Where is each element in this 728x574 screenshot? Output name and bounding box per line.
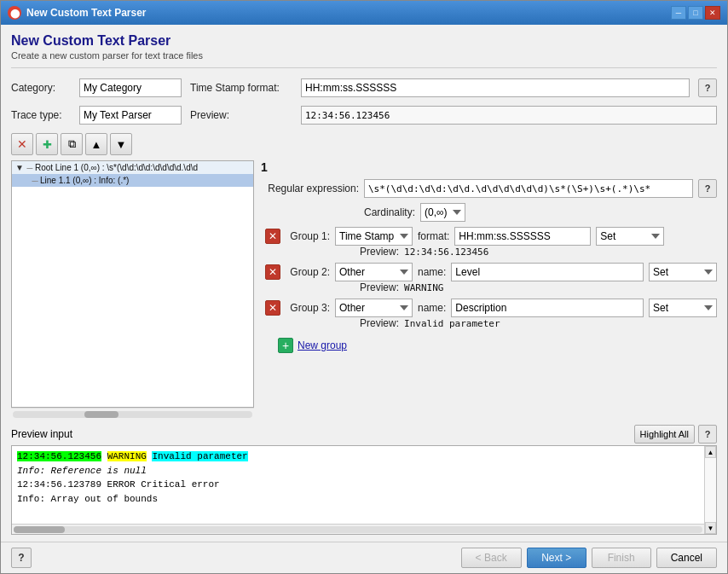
group-2-preview-value: WARNING xyxy=(404,282,443,293)
group-1-type-select[interactable]: Time Stamp Other Message Level xyxy=(335,227,413,246)
tree-child-label: Line 1.1 (0,∞) : Info: (.*) xyxy=(40,176,129,185)
group-3-name-input[interactable] xyxy=(451,299,644,317)
minimize-button[interactable]: ─ xyxy=(671,6,686,20)
preview-vscroll-track[interactable] xyxy=(705,458,716,522)
preview-line1-level: WARNING xyxy=(107,451,147,461)
move-up-button[interactable]: ▲ xyxy=(85,133,107,155)
group-3-preview-value: Invalid parameter xyxy=(404,318,500,329)
preview-vscroll[interactable]: ▲ ▼ xyxy=(704,446,716,534)
group-1-preview-value: 12:34:56.123456 xyxy=(404,246,488,258)
group-2-label: Group 2: xyxy=(286,266,330,278)
new-group-button[interactable]: + xyxy=(278,338,293,353)
finish-button[interactable]: Finish xyxy=(592,548,651,568)
tree-root-label: Root Line 1 (0,∞) : \s*(\d\d:\d\d:\d\d\d… xyxy=(35,163,198,172)
tree-expand-icon: ▼ xyxy=(15,163,24,172)
category-input[interactable] xyxy=(79,78,182,97)
preview-hscroll[interactable] xyxy=(12,524,704,534)
group-1-row: ✕ Group 1: Time Stamp Other Message Leve… xyxy=(265,227,717,246)
regex-row: Regular expression: ? xyxy=(261,179,717,198)
new-group-label[interactable]: New group xyxy=(298,339,347,351)
group-3-label: Group 3: xyxy=(286,302,330,314)
timestamp-label: Time Stamp format: xyxy=(190,82,292,94)
group-2-preview-label: Preview: xyxy=(360,281,399,293)
preview-line-4: Info: Array out of bounds xyxy=(17,492,699,507)
timestamp-help-button[interactable]: ? xyxy=(698,78,717,97)
form-row-2: Trace type: Preview: 12:34:56.123456 xyxy=(11,106,717,125)
tracetype-label: Trace type: xyxy=(11,109,71,121)
tracetype-input[interactable] xyxy=(79,106,182,125)
preview-label: Preview: xyxy=(190,109,292,121)
preview-section-header: Preview input Highlight All ? xyxy=(11,425,717,444)
delete-button[interactable]: ✕ xyxy=(11,133,33,155)
back-button[interactable]: < Back xyxy=(461,548,522,568)
group-3-name-label: name: xyxy=(418,302,446,314)
next-button[interactable]: Next > xyxy=(527,548,586,568)
group-2-action-select[interactable]: Set Append Ignore xyxy=(649,263,717,281)
preview-section-container: Preview input Highlight All ? 12:34:56.1… xyxy=(11,425,717,535)
nav-buttons: < Back Next > Finish Cancel xyxy=(461,548,717,568)
group-1-preview-row: Preview: 12:34:56.123456 xyxy=(360,246,717,258)
tree-item-root[interactable]: ▼ --- Root Line 1 (0,∞) : \s*(\d\d:\d\d:… xyxy=(12,161,253,174)
group-2-delete-button[interactable]: ✕ xyxy=(265,264,280,280)
timestamp-input[interactable] xyxy=(301,78,690,97)
preview-vscroll-up[interactable]: ▲ xyxy=(705,446,716,458)
preview-line-1: 12:34:56.123456 WARNING Invalid paramete… xyxy=(17,449,699,464)
tree-item-child[interactable]: --- Line 1.1 (0,∞) : Info: (.*) xyxy=(12,174,253,187)
regex-help-button[interactable]: ? xyxy=(698,179,717,198)
tree-child-dashes: --- xyxy=(32,176,38,185)
maximize-button[interactable]: □ xyxy=(688,6,703,20)
cardinality-label: Cardinality: xyxy=(364,206,415,218)
preview-line1-timestamp: 12:34:56.123456 xyxy=(17,451,101,461)
group-2-row: ✕ Group 2: Time Stamp Other Message Leve… xyxy=(265,263,717,281)
group-3-container: ✕ Group 3: Time Stamp Other Message Leve… xyxy=(261,299,717,329)
preview-hscroll-thumb[interactable] xyxy=(14,526,65,533)
group-2-name-input[interactable] xyxy=(451,263,644,281)
toolbar: ✕ ✚ ⧉ ▲ ▼ xyxy=(11,133,717,155)
cancel-button[interactable]: Cancel xyxy=(656,548,717,568)
preview-line-3: 12:34:56.123789 ERROR Critical error xyxy=(17,478,699,492)
preview-value: 12:34:56.123456 xyxy=(301,106,717,125)
preview-help-button[interactable]: ? xyxy=(698,425,717,444)
window-title: New Custom Text Parser xyxy=(26,7,147,19)
tree-hscroll-track[interactable] xyxy=(13,411,252,418)
preview-hscroll-track[interactable] xyxy=(14,526,702,533)
new-group-row: + New group xyxy=(278,338,717,353)
tree-hscroll-thumb[interactable] xyxy=(84,411,118,418)
close-button[interactable]: ✕ xyxy=(705,6,720,20)
group-1-preview-label: Preview: xyxy=(360,246,399,258)
copy-button[interactable]: ⧉ xyxy=(61,133,83,155)
group-3-delete-button[interactable]: ✕ xyxy=(265,300,280,316)
group-3-type-select[interactable]: Time Stamp Other Message Level xyxy=(335,299,413,317)
group-1-label: Group 1: xyxy=(286,230,330,242)
group-3-preview-label: Preview: xyxy=(360,317,399,329)
group-1-action-select[interactable]: Set Append Ignore xyxy=(596,227,664,246)
cardinality-select[interactable]: (0,∞) (1,1) (0,1) (1,∞) xyxy=(420,203,465,222)
tree-hscroll[interactable] xyxy=(11,408,254,420)
regex-label: Regular expression: xyxy=(261,183,359,194)
tree-root-dashes: --- xyxy=(26,163,32,172)
help-button[interactable]: ? xyxy=(11,548,32,568)
right-panel: 1 Regular expression: ? Cardinality: (0,… xyxy=(261,160,717,420)
add-button[interactable]: ✚ xyxy=(36,133,58,155)
group-2-type-select[interactable]: Time Stamp Other Message Level xyxy=(335,263,413,281)
cardinality-row: Cardinality: (0,∞) (1,1) (0,1) (1,∞) xyxy=(364,203,717,222)
group-3-row: ✕ Group 3: Time Stamp Other Message Leve… xyxy=(265,299,717,317)
group-1-container: ✕ Group 1: Time Stamp Other Message Leve… xyxy=(261,227,717,258)
group-1-format-input[interactable] xyxy=(454,227,591,246)
move-down-button[interactable]: ▼ xyxy=(110,133,132,155)
group-1-format-label: format: xyxy=(418,230,449,242)
group-2-preview-row: Preview: WARNING xyxy=(360,281,717,293)
group-3-action-select[interactable]: Set Append Ignore xyxy=(649,299,717,317)
title-bar: ⬤ New Custom Text Parser ─ □ ✕ xyxy=(1,1,727,25)
window-icon: ⬤ xyxy=(8,6,21,20)
form-row-1: Category: Time Stamp format: ? xyxy=(11,78,717,97)
preview-vscroll-down[interactable]: ▼ xyxy=(705,522,716,534)
preview-line-2: Info: Reference is null xyxy=(17,464,699,478)
category-label: Category: xyxy=(11,82,71,94)
preview-content-area: 12:34:56.123456 WARNING Invalid paramete… xyxy=(12,446,704,524)
regex-input[interactable] xyxy=(364,179,693,198)
preview-output: 12:34:56.123456 WARNING Invalid paramete… xyxy=(11,445,717,535)
highlight-all-button[interactable]: Highlight All xyxy=(634,425,695,444)
group-1-delete-button[interactable]: ✕ xyxy=(265,229,280,244)
preview-section-title: Preview input xyxy=(11,428,72,440)
